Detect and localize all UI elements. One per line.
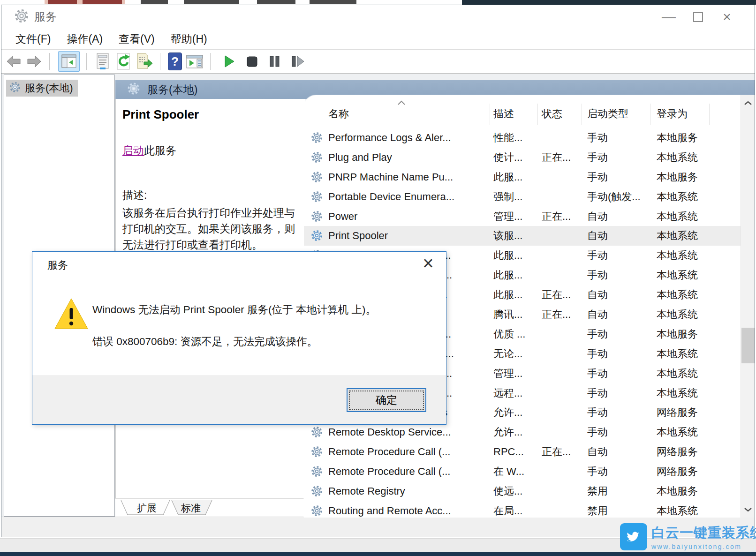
bird-icon [620, 523, 647, 550]
column-header-desc[interactable]: 描述 [493, 105, 514, 123]
dialog-message-line2: 错误 0x800706b9: 资源不足，无法完成该操作。 [92, 334, 318, 349]
table-row[interactable]: Remote Desktop Service... 允许... 手动 本地系统 [304, 422, 741, 442]
column-header-status[interactable]: 状态 [542, 105, 562, 123]
forward-button[interactable] [26, 51, 43, 72]
toolbar-separator [160, 53, 160, 70]
services-gear-icon [14, 8, 30, 26]
help-button[interactable]: ? [168, 51, 182, 72]
pause-service-button[interactable] [268, 51, 281, 72]
table-row[interactable]: Power 管理... 正在... 自动 本地系统 [304, 207, 741, 226]
column-header-name[interactable]: 名称 [328, 105, 349, 123]
vertical-scrollbar[interactable] [741, 95, 755, 518]
background-navy-bar [0, 552, 756, 556]
service-startup-type: 禁用 [587, 504, 652, 518]
service-description: 此服... [493, 288, 537, 302]
dialog-footer: 确定 [32, 376, 446, 424]
service-startup-type: 手动 [587, 170, 652, 184]
service-description: 使远... [493, 484, 537, 498]
stop-service-button[interactable] [245, 51, 258, 72]
menu-action[interactable]: 操作(A) [65, 31, 105, 47]
service-gear-icon [310, 229, 324, 242]
show-console-tree-button[interactable] [58, 51, 80, 72]
restart-service-button[interactable] [290, 51, 305, 72]
service-name: Remote Desktop Service... [328, 426, 487, 438]
service-logon-as: 本地系统 [657, 248, 732, 263]
service-startup-type: 手动 [587, 131, 652, 145]
table-row[interactable]: Remote Registry 使远... 禁用 本地服务 [304, 481, 741, 501]
service-startup-type: 手动 [587, 367, 652, 381]
column-separator [650, 104, 650, 125]
background-page-text-fragment [141, 0, 168, 4]
tree-item-label: 服务(本地) [25, 81, 73, 95]
service-name: Remote Procedure Call (... [328, 466, 487, 478]
table-row[interactable]: Routing and Remote Acc... 在局... 禁用 本地系统 [304, 501, 741, 518]
menu-view[interactable]: 查看(V) [117, 31, 157, 47]
tab-extended[interactable]: 扩展 [137, 502, 157, 515]
column-header-logon[interactable]: 登录为 [657, 105, 688, 123]
start-service-link[interactable]: 启动 [122, 144, 144, 157]
service-gear-icon [310, 485, 324, 498]
table-row[interactable]: Remote Procedure Call (... 在 W... 手动 网络服… [304, 462, 741, 481]
tree-item-services-local[interactable]: 服务(本地) [6, 80, 78, 97]
service-logon-as: 本地系统 [657, 347, 732, 361]
column-separator [582, 104, 582, 125]
table-row[interactable]: Portable Device Enumera... 强制... 手动(触发..… [304, 187, 741, 207]
background-page-text-fragment [257, 0, 295, 4]
service-description: 该服... [493, 229, 537, 243]
service-name: PNRP Machine Name Pu... [328, 171, 487, 183]
service-name: Power [328, 210, 487, 223]
service-name: Portable Device Enumera... [328, 191, 487, 203]
column-header-startup[interactable]: 启动类型 [587, 105, 628, 123]
service-logon-as: 本地系统 [657, 190, 732, 204]
service-status: 正在... [542, 210, 583, 224]
minimize-button[interactable]: — [654, 7, 683, 27]
dialog-close-button[interactable]: × [418, 253, 438, 273]
dialog-title: 服务 [47, 258, 68, 272]
dialog-message-line1: Windows 无法启动 Print Spooler 服务(位于 本地计算机 上… [92, 302, 376, 317]
close-button[interactable]: × [712, 7, 741, 27]
properties-button[interactable] [94, 51, 111, 72]
service-logon-as: 本地系统 [657, 210, 732, 224]
service-description: RPC... [493, 446, 537, 458]
service-logon-as: 本地系统 [657, 386, 732, 400]
table-row[interactable]: Remote Procedure Call (... RPC... 正在... … [304, 442, 741, 462]
table-row[interactable]: Performance Logs & Aler... 性能... 手动 本地服务 [304, 128, 741, 148]
maximize-button[interactable] [683, 7, 712, 27]
service-logon-as: 网络服务 [657, 445, 732, 459]
service-startup-type: 手动(触发... [587, 190, 652, 204]
export-list-button[interactable] [136, 51, 153, 72]
ok-button[interactable]: 确定 [347, 388, 426, 412]
service-startup-type: 手动 [587, 248, 652, 263]
service-logon-as: 本地服务 [657, 131, 732, 145]
scroll-up-icon[interactable] [741, 96, 755, 110]
tab-standard[interactable]: 标准 [181, 502, 201, 515]
table-row[interactable]: PNRP Machine Name Pu... 此服... 手动 本地服务 [304, 167, 741, 187]
menu-bar: 文件(F) 操作(A) 查看(V) 帮助(H) [1, 29, 755, 49]
menu-file[interactable]: 文件(F) [14, 31, 53, 47]
table-row[interactable]: Plug and Play 使计... 正在... 手动 本地系统 [304, 148, 741, 167]
service-description: 允许... [493, 425, 537, 439]
service-description: 腾讯... [493, 308, 537, 322]
gear-icon [127, 82, 141, 98]
background-page-dark-bar [462, 0, 756, 5]
table-row[interactable]: Print Spooler 该服... 自动 本地系统 [304, 226, 741, 246]
background-page-text-fragment [48, 0, 77, 4]
service-status: 正在... [542, 288, 583, 302]
scrollbar-thumb[interactable] [741, 328, 755, 363]
sort-ascending-icon [397, 99, 406, 107]
service-startup-type: 自动 [587, 210, 652, 224]
back-button[interactable] [5, 51, 22, 72]
refresh-button[interactable] [115, 51, 132, 72]
service-logon-as: 本地系统 [657, 367, 732, 381]
service-description: 管理... [493, 367, 537, 381]
start-service-button[interactable] [223, 51, 236, 72]
background-page-text-fragment [184, 0, 239, 4]
menu-help[interactable]: 帮助(H) [169, 31, 209, 47]
toolbar-separator [49, 53, 50, 70]
service-startup-type: 自动 [587, 445, 652, 459]
service-startup-type: 自动 [587, 288, 652, 302]
service-gear-icon [310, 445, 324, 458]
service-description: 此服... [493, 170, 537, 184]
show-action-pane-button[interactable] [186, 51, 204, 72]
scroll-down-icon[interactable] [741, 503, 755, 517]
